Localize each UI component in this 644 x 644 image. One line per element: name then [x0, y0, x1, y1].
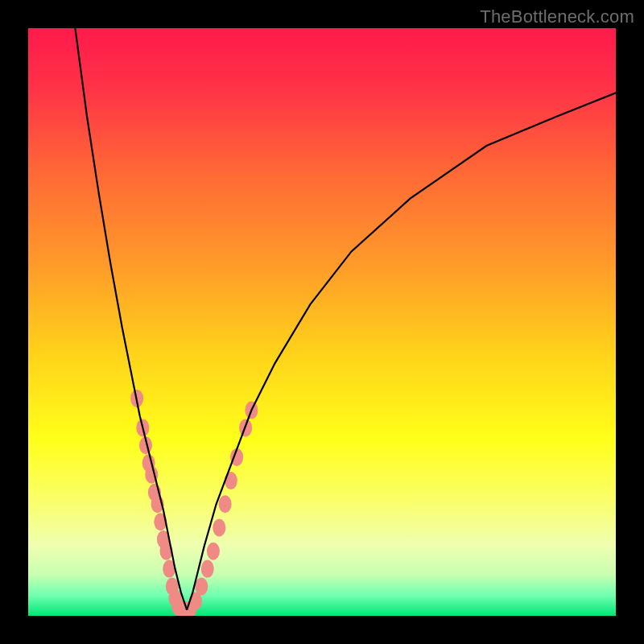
svg-rect-0: [28, 28, 616, 616]
chart-stage: TheBottleneck.com: [0, 0, 644, 644]
watermark-text: TheBottleneck.com: [480, 6, 634, 27]
heatmap-gradient: [28, 28, 616, 616]
plot-area: [28, 28, 616, 616]
